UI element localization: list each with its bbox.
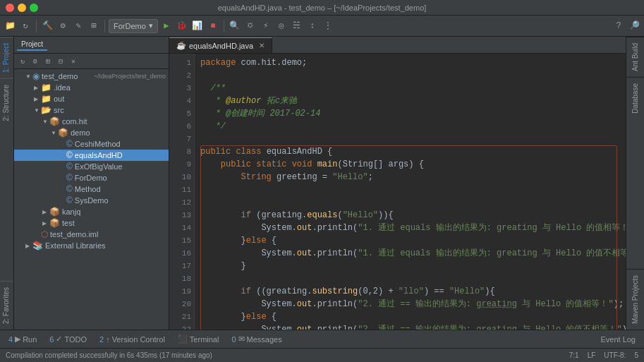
ant-build-panel-tab[interactable]: Ant Build (626, 37, 644, 77)
code-editor[interactable]: 1 2 3 4 5 6 7 8 9 10 11 12 13 14 15 16 1… (169, 54, 626, 330)
line-num: 11 (171, 183, 191, 196)
tree-item-idea[interactable]: ▶ 📁 .idea (14, 82, 169, 93)
toolbar-icon-4[interactable]: ⊞ (87, 19, 101, 33)
tab-equalsandhd[interactable]: ☕ equalsAndHD.java ✕ (169, 37, 272, 53)
build-icon[interactable]: 🔨 (40, 19, 54, 33)
tree-item-test[interactable]: ▶ 📦 test (14, 217, 169, 229)
tree-item-iml[interactable]: ⬡ test_demo.iml (14, 229, 169, 240)
run-config-label: ForDemo (114, 22, 146, 30)
tree-item-label: ExOfBigValue (75, 162, 166, 171)
tree-item-sysdemo[interactable]: © SysDemo (14, 195, 169, 206)
dropdown-arrow-icon: ▾ (149, 21, 153, 30)
sidebar-gear-icon[interactable]: ⚙ (30, 56, 41, 67)
tree-item-ceshimethod[interactable]: © CeshiMethod (14, 138, 169, 150)
run-icon[interactable]: ▶ (159, 19, 174, 33)
tree-item-out[interactable]: ▶ 📁 out (14, 93, 169, 104)
sidebar-sync-icon[interactable]: ↻ (17, 56, 28, 67)
main-area: 1: Project 2: Structure 2: Favorites Pro… (0, 37, 644, 330)
toolbar-icon-3[interactable]: ✎ (71, 19, 85, 33)
code-line-16: System.out.println("1. 通过 equals 输出的结果为:… (200, 247, 620, 260)
minimize-button[interactable] (18, 4, 26, 12)
close-button[interactable] (6, 4, 14, 12)
line-num: 7 (171, 133, 191, 145)
tree-item-demo[interactable]: ▼ 📦 demo (14, 127, 169, 138)
code-line-22: System.out.println("2. 通过 == 输出的结果为: gre… (200, 323, 620, 330)
line-num: 18 (171, 272, 191, 285)
tab-project[interactable]: Project (17, 39, 47, 51)
line-num: 21 (171, 310, 191, 323)
todo-tab[interactable]: 6 ✓ TODO (44, 332, 92, 347)
line-num: 6 (171, 120, 191, 133)
terminal-tab[interactable]: ⬛ Terminal (172, 332, 225, 347)
event-log-tab[interactable]: Event Log (595, 332, 641, 347)
tree-item-com-hit[interactable]: ▼ 📦 com.hit (14, 116, 169, 127)
run-tab[interactable]: 4 ▶ Run (3, 332, 42, 347)
line-num: 16 (171, 247, 191, 260)
search-everywhere-icon[interactable]: 🔍 (228, 19, 242, 33)
toolbar-separator-3 (224, 20, 224, 32)
sidebar-close-icon[interactable]: ✕ (68, 56, 79, 67)
line-num: 2 (171, 69, 191, 82)
messages-tab-label: Messages (247, 335, 282, 344)
code-line-5: * @创建时间 2017-02-14 (200, 107, 620, 120)
line-num: 10 (171, 171, 191, 183)
tree-item-equalsandhd[interactable]: © equalsAndHD (14, 150, 169, 161)
database-panel-tab[interactable]: Database (626, 77, 644, 119)
compilation-status: Compilation completed successfully in 6s… (6, 351, 212, 359)
toolbar-icon-12[interactable]: ☵ (290, 19, 304, 33)
toolbar-icon-11[interactable]: ◎ (274, 19, 288, 33)
messages-tab[interactable]: 0 ✉ Messages (226, 332, 287, 347)
maximize-button[interactable] (30, 4, 38, 12)
tree-item-label: test (62, 219, 166, 227)
tree-item-exofbigvalue[interactable]: © ExOfBigValue (14, 161, 169, 172)
package-icon: 📦 (49, 116, 60, 126)
terminal-tab-icon: ⬛ (178, 334, 188, 344)
help-icon[interactable]: ? (612, 19, 626, 33)
tree-item-external-libraries[interactable]: ▶ 📚 External Libraries (14, 240, 169, 251)
expand-arrow-icon: ▶ (25, 243, 32, 249)
folder-icon[interactable]: 📁 (3, 19, 17, 33)
run-with-coverage-icon[interactable]: 📊 (190, 19, 205, 33)
sidebar-collapse-icon[interactable]: ⊟ (55, 56, 66, 67)
expand-arrow-icon: ▶ (42, 220, 49, 227)
messages-tab-icon: ✉ (238, 334, 245, 344)
settings-icon[interactable]: ⚙ (56, 19, 70, 33)
debug-icon[interactable]: 🐞 (175, 19, 189, 33)
sync-icon[interactable]: ↻ (18, 19, 32, 33)
code-line-7 (200, 133, 620, 145)
code-content[interactable]: package com.hit.demo; /** * @author 拓c来驰… (195, 54, 626, 330)
tree-item-method[interactable]: © Method (14, 183, 169, 195)
search-icon[interactable]: 🔎 (627, 19, 641, 33)
cursor-position: 7:1 (569, 351, 579, 359)
tree-item-label: com.hit (62, 117, 166, 126)
maven-projects-panel-tab[interactable]: Maven Projects (626, 269, 644, 330)
sidebar-expand-icon[interactable]: ⊞ (42, 56, 54, 67)
run-config-dropdown[interactable]: ForDemo ▾ (109, 19, 158, 33)
toolbar-icon-13[interactable]: ↕ (305, 19, 320, 33)
toolbar-icon-9[interactable]: ⛭ (243, 19, 257, 33)
toolbar-icon-10[interactable]: ⚡ (259, 19, 273, 33)
tree-item-fordemo[interactable]: © ForDemo (14, 172, 169, 183)
vc-tab-num: 2 (99, 335, 104, 344)
version-control-tab[interactable]: 2 ↑ Version Control (94, 332, 171, 347)
line-num: 4 (171, 95, 191, 107)
tree-item-test-demo[interactable]: ▼ ◉ test_demo ~/IdeaProjects/test_demo (14, 71, 169, 82)
tree-item-label: test_demo.iml (50, 230, 166, 239)
tree-item-src[interactable]: ▼ 📂 src (14, 104, 169, 116)
line-ending: LF (588, 351, 596, 359)
expand-arrow-icon: ▼ (34, 107, 41, 114)
sidebar-item-favorites[interactable]: 2: Favorites (0, 281, 13, 330)
expand-arrow-icon: ▶ (34, 85, 41, 91)
stop-icon[interactable]: ■ (206, 19, 220, 33)
line-num: 13 (171, 209, 191, 222)
toolbar-icon-14[interactable]: ⋮ (321, 19, 335, 33)
tab-close-icon[interactable]: ✕ (259, 42, 265, 49)
tree-item-kanjq[interactable]: ▶ 📦 kanjq (14, 206, 169, 217)
line-num: 15 (171, 234, 191, 247)
expand-arrow-icon: ▶ (34, 96, 41, 102)
editor-area: ☕ equalsAndHD.java ✕ 1 2 3 4 5 6 7 8 9 1… (169, 37, 626, 330)
code-line-15: }else { (200, 234, 620, 247)
sidebar-item-structure[interactable]: 2: Structure (0, 78, 13, 127)
sidebar-item-project[interactable]: 1: Project (0, 37, 13, 78)
source-folder-icon: 📂 (41, 105, 51, 115)
